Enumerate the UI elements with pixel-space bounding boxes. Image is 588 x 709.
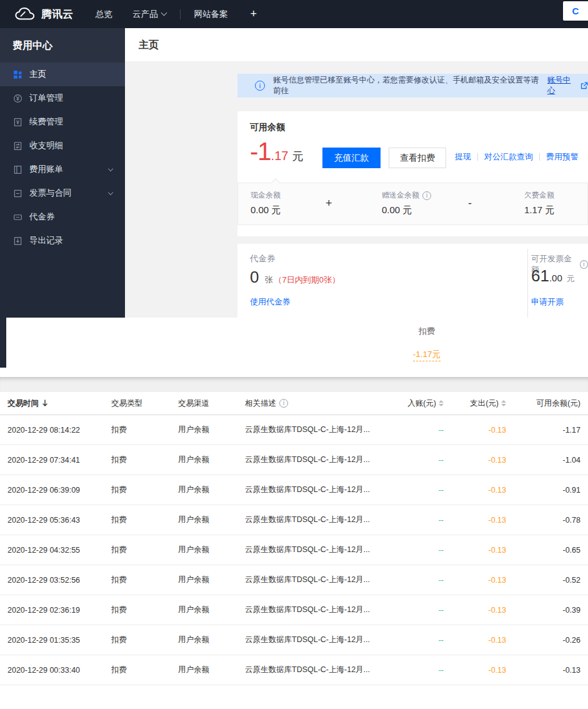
view-deduction-button[interactable]: 查看扣费 — [389, 148, 446, 168]
cell-balance: -0.65 — [506, 546, 581, 555]
cell-type: 扣费 — [111, 575, 178, 585]
table-row: 2020-12-29 04:32:55 扣费 用户余额 云原生数据库TDSQL-… — [0, 535, 588, 565]
arrears-value: 1.17 元 — [524, 204, 554, 216]
deduction-label: 扣费 — [396, 326, 458, 337]
corporate-remit-link[interactable]: 对公汇款查询 — [484, 151, 533, 163]
request-invoice-link[interactable]: 申请开票 — [531, 296, 564, 308]
cell-time: 2020-12-29 02:36:19 — [7, 606, 111, 615]
cell-type: 扣费 — [111, 425, 178, 435]
gift-balance-group: 赠送金余额 0.00 元 — [382, 190, 431, 216]
cell-balance: -0.78 — [506, 516, 581, 525]
header-time[interactable]: 交易时间 — [7, 398, 111, 409]
banner-text: 账号信息管理已移至账号中心，若您需要修改认证、手机邮箱及安全设置等请前往 — [273, 75, 544, 96]
deduction-value[interactable]: -1.17元 — [413, 349, 441, 361]
gift-balance-value: 0.00 元 — [382, 204, 431, 216]
cell-channel: 用户余额 — [178, 665, 245, 675]
balance-amount: -1 .17 元 — [250, 138, 303, 166]
table-row: 2020-12-29 05:36:43 扣费 用户余额 云原生数据库TDSQL-… — [0, 505, 588, 535]
cell-channel: 用户余额 — [178, 515, 245, 525]
recharge-button[interactable]: 充值汇款 — [322, 148, 381, 168]
info-icon[interactable] — [422, 191, 431, 200]
cell-expense: -0.13 — [444, 456, 506, 465]
sidebar-item-home[interactable]: 主页 — [0, 63, 125, 86]
plus-operator: + — [326, 197, 332, 210]
cell-income: -- — [389, 606, 444, 615]
external-link-icon[interactable] — [581, 82, 588, 89]
sidebar-item-vouchers[interactable]: 代金券 — [0, 205, 125, 229]
cloud-logo-icon — [14, 7, 35, 22]
info-icon[interactable] — [279, 399, 288, 408]
cash-balance-value: 0.00 元 — [251, 204, 281, 216]
nav-add-button[interactable]: + — [251, 8, 257, 21]
account-center-link[interactable]: 账号中心 — [547, 75, 577, 96]
cell-channel: 用户余额 — [178, 485, 245, 495]
cell-desc: 云原生数据库TDSQL-C-上海-12月... — [245, 575, 389, 585]
invoice-amount-unit: 元 — [567, 273, 575, 284]
cell-balance: -1.04 — [506, 456, 581, 465]
info-icon[interactable] — [580, 260, 588, 269]
use-voucher-link[interactable]: 使用代金券 — [250, 296, 291, 308]
account-avatar[interactable]: C — [563, 1, 588, 21]
brand-text: 腾讯云 — [41, 7, 73, 21]
cell-income: -- — [389, 576, 444, 585]
link-divider — [477, 153, 478, 161]
sort-icon — [439, 400, 444, 406]
cell-balance: -0.52 — [506, 576, 581, 585]
transactions-icon — [12, 141, 22, 151]
sidebar-item-transactions[interactable]: 收支明细 — [0, 134, 125, 158]
top-navbar: 腾讯云 总览 云产品 网站备案 + C — [0, 0, 588, 28]
cell-time: 2020-12-29 08:14:22 — [7, 426, 111, 435]
invoice-amount-dec: .00 — [549, 273, 562, 283]
arrears-label: 欠费金额 — [524, 190, 554, 201]
chevron-down-icon — [108, 166, 113, 171]
sidebar-item-label: 主页 — [29, 69, 46, 80]
sidebar-item-label: 发票与合同 — [29, 188, 72, 199]
nav-overview[interactable]: 总览 — [96, 9, 112, 20]
balance-card-title: 可用余额 — [250, 122, 285, 133]
cell-desc: 云原生数据库TDSQL-C-上海-12月... — [245, 485, 389, 495]
cell-desc: 云原生数据库TDSQL-C-上海-12月... — [245, 545, 389, 555]
cell-income: -- — [389, 636, 444, 645]
sidebar-item-orders[interactable]: 订单管理 — [0, 86, 125, 110]
nav-beian[interactable]: 网站备案 — [194, 9, 228, 20]
cell-income: -- — [389, 456, 444, 465]
cell-expense: -0.13 — [444, 636, 506, 645]
cell-time: 2020-12-29 05:36:43 — [7, 516, 111, 525]
cost-alert-link[interactable]: 费用预警 — [546, 151, 579, 163]
cell-desc: 云原生数据库TDSQL-C-上海-12月... — [245, 455, 389, 465]
home-grid-icon — [12, 69, 22, 79]
header-desc: 相关描述 — [245, 398, 389, 409]
cell-type: 扣费 — [111, 455, 178, 465]
nav-cloud-products[interactable]: 云产品 — [132, 9, 166, 20]
arrears-group: 欠费金额 1.17 元 — [524, 190, 554, 216]
voucher-label: 代金券 — [250, 253, 276, 264]
voucher-expire-note: （7日内到期0张） — [274, 274, 339, 286]
sidebar-item-exports[interactable]: 导出记录 — [0, 229, 125, 253]
sidebar: 费用中心 主页 订单管理 续费管理 — [0, 28, 125, 318]
balance-breakdown: 现金余额 0.00 元 + 赠送金余额 0.00 元 - 欠费金额 1.17 元 — [237, 183, 588, 225]
tencent-cloud-logo[interactable]: 腾讯云 — [14, 7, 73, 22]
order-coin-icon — [12, 93, 22, 103]
header-channel: 交易渠道 — [178, 398, 245, 409]
cell-income: -- — [389, 546, 444, 555]
withdraw-link[interactable]: 提现 — [455, 151, 471, 163]
sidebar-item-bills[interactable]: 费用账单 — [0, 158, 125, 181]
header-expense[interactable]: 支出(元) — [444, 398, 506, 409]
cell-time: 2020-12-29 01:35:35 — [7, 636, 111, 645]
cell-time: 2020-12-29 04:32:55 — [7, 546, 111, 555]
balance-amount-int: -1 — [250, 138, 271, 166]
deduction-tooltip-panel: 扣费 -1.17元 — [0, 318, 588, 377]
cell-expense: -0.13 — [444, 606, 506, 615]
sidebar-item-invoices[interactable]: 发票与合同 — [0, 181, 125, 205]
sidebar-item-renewal[interactable]: 续费管理 — [0, 110, 125, 134]
header-income[interactable]: 入账(元) — [389, 398, 444, 409]
cell-desc: 云原生数据库TDSQL-C-上海-12月... — [245, 425, 389, 435]
cell-channel: 用户余额 — [178, 635, 245, 645]
voucher-count-row: 0 张 （7日内到期0张） — [250, 268, 340, 287]
table-row: 2020-12-29 01:35:35 扣费 用户余额 云原生数据库TDSQL-… — [0, 625, 588, 655]
cash-balance-label: 现金余额 — [251, 190, 281, 201]
export-download-icon — [12, 236, 22, 246]
cell-channel: 用户余额 — [178, 545, 245, 555]
cell-time: 2020-12-29 07:34:41 — [7, 456, 111, 465]
cell-type: 扣费 — [111, 635, 178, 645]
